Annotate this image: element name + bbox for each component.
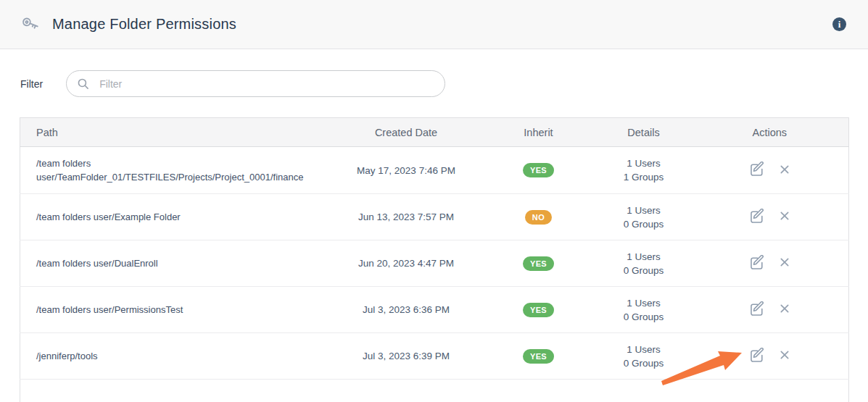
key-icon (20, 14, 40, 34)
folder-permissions-table: Path Created Date Inherit Details Action… (20, 117, 849, 402)
users-count: 1 Users (597, 250, 691, 264)
filter-label: Filter (20, 78, 43, 90)
groups-count: 0 Groups (597, 217, 691, 231)
delete-permissions-button[interactable] (780, 257, 790, 267)
folder-path: /team folders user/Example Folder (20, 194, 332, 240)
table-row: /jenniferp/tools Jul 3, 2023 6:39 PM YES… (20, 333, 849, 380)
groups-count: 1 Groups (597, 170, 691, 184)
edit-permissions-button[interactable] (750, 162, 765, 177)
inherit-cell: YES (481, 147, 597, 194)
users-count: 1 Users (597, 296, 691, 310)
delete-permissions-button[interactable] (780, 164, 790, 175)
info-glyph: i (838, 20, 841, 29)
empty-row (20, 380, 849, 402)
created-date: Jun 13, 2023 7:57 PM (332, 194, 481, 240)
details-cell: 1 Users 0 Groups (597, 333, 691, 380)
table-header-row: Path Created Date Inherit Details Action… (20, 118, 849, 147)
page-title: Manage Folder Permissions (52, 16, 236, 33)
column-header-actions: Actions (691, 118, 849, 147)
inherit-cell: YES (481, 287, 597, 333)
top-bar: Manage Folder Permissions i (0, 0, 868, 49)
groups-count: 0 Groups (597, 310, 691, 324)
folder-path: /team folders user/PermissionsTest (20, 287, 332, 333)
details-cell: 1 Users 0 Groups (597, 194, 691, 240)
inherit-cell: NO (481, 194, 597, 240)
table-row: /team folders user/Example Folder Jun 13… (20, 194, 849, 240)
table-row: /team folders user/TeamFolder_01/TESTFIL… (20, 147, 849, 194)
details-cell: 1 Users 0 Groups (597, 240, 691, 287)
search-icon (77, 78, 89, 90)
inherit-cell: YES (481, 240, 597, 287)
actions-cell (691, 147, 849, 194)
details-cell: 1 Users 1 Groups (597, 147, 691, 194)
filter-input[interactable] (98, 78, 434, 91)
created-date: Jul 3, 2023 6:39 PM (332, 333, 481, 380)
inherit-cell: YES (481, 333, 597, 380)
folder-path: /team folders user/DualEnroll (20, 240, 332, 287)
folder-path: /team folders user/TeamFolder_01/TESTFIL… (20, 147, 332, 194)
created-date: Jun 20, 2023 4:47 PM (332, 240, 481, 287)
groups-count: 0 Groups (597, 356, 691, 370)
inherit-badge: YES (523, 349, 554, 364)
edit-permissions-button[interactable] (750, 209, 765, 224)
column-header-created-date: Created Date (332, 118, 481, 147)
created-date: Jul 3, 2023 6:36 PM (332, 287, 481, 333)
users-count: 1 Users (597, 156, 691, 170)
delete-permissions-button[interactable] (780, 211, 790, 221)
inherit-badge: YES (523, 163, 554, 177)
filter-input-container[interactable] (66, 70, 445, 97)
column-header-inherit: Inherit (481, 118, 597, 147)
table-row: /team folders user/PermissionsTest Jul 3… (20, 287, 849, 333)
edit-permissions-button[interactable] (750, 348, 765, 363)
actions-cell (691, 287, 849, 333)
inherit-badge: YES (523, 303, 554, 317)
inherit-badge: NO (525, 210, 552, 225)
groups-count: 0 Groups (597, 264, 691, 277)
actions-cell (691, 333, 849, 380)
table-row: /team folders user/DualEnroll Jun 20, 20… (20, 240, 849, 287)
actions-cell (691, 240, 849, 287)
users-count: 1 Users (597, 204, 691, 217)
filter-row: Filter (20, 70, 868, 97)
created-date: May 17, 2023 7:46 PM (332, 147, 481, 194)
column-header-details: Details (597, 118, 691, 147)
folder-path: /jenniferp/tools (20, 333, 332, 380)
column-header-path: Path (20, 118, 332, 147)
delete-permissions-button[interactable] (780, 350, 790, 360)
actions-cell (691, 194, 849, 240)
inherit-badge: YES (523, 256, 554, 271)
info-icon[interactable]: i (832, 17, 846, 31)
edit-permissions-button[interactable] (750, 255, 765, 270)
edit-permissions-button[interactable] (750, 301, 765, 317)
details-cell: 1 Users 0 Groups (597, 287, 691, 333)
delete-permissions-button[interactable] (780, 303, 790, 314)
users-count: 1 Users (597, 343, 691, 356)
